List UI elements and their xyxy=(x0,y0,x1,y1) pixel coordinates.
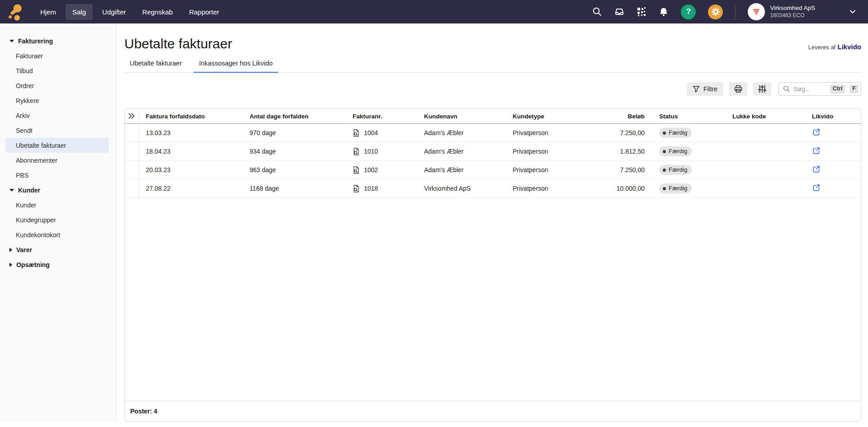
likvido-link[interactable] xyxy=(805,179,861,198)
table-toolbar: Filtre Ctr xyxy=(124,82,861,96)
invoice-number-cell[interactable]: 1010 xyxy=(345,142,417,161)
print-button[interactable] xyxy=(729,82,747,96)
chevron-expanded-icon xyxy=(9,40,14,42)
sidebar-section-label: Fakturering xyxy=(18,38,53,45)
invoice-number: 1010 xyxy=(364,148,378,155)
invoice-table-card: Faktura forfaldsdato Antal dage forfalde… xyxy=(124,108,861,422)
row-expander-cell[interactable] xyxy=(125,142,138,161)
account-menu[interactable]: Virksomhed ApS 1603463 ECO xyxy=(748,3,815,20)
search-icon[interactable] xyxy=(592,7,602,17)
days-overdue-cell: 963 dage xyxy=(242,161,345,179)
expand-all-button[interactable] xyxy=(125,109,138,124)
tab-inkassosager-hos-likvido[interactable]: Inkassosager hos Likvido xyxy=(193,55,278,72)
invoice-number-cell[interactable]: 1018 xyxy=(345,179,417,198)
col-header-status[interactable]: Status xyxy=(652,109,725,124)
sidebar-section-opsaetning[interactable]: Opsætning xyxy=(0,257,116,272)
sidebar-item-sendt[interactable]: Sendt xyxy=(5,123,109,138)
double-chevron-right-icon xyxy=(127,113,135,119)
nav-item-rapporter[interactable]: Rapporter xyxy=(182,4,226,20)
nav-item-udgifter[interactable]: Udgifter xyxy=(95,4,133,20)
sidebar-item-rykkere[interactable]: Rykkere xyxy=(5,93,109,108)
nav-item-regnskab[interactable]: Regnskab xyxy=(136,4,180,20)
sidebar-item-arkiv[interactable]: Arkiv xyxy=(5,108,109,123)
sidebar-item-pbs[interactable]: PBS xyxy=(5,168,109,183)
shortcut-key-ctrl: Ctrl xyxy=(830,84,845,94)
sidebar-item-abonnementer[interactable]: Abonnementer xyxy=(5,153,109,168)
search-input[interactable] xyxy=(793,85,827,93)
col-header-lukke-kode[interactable]: Lukke kode xyxy=(725,109,805,124)
chevron-down-icon[interactable] xyxy=(849,8,856,15)
sidebar-item-ubetalte-fakturaer[interactable]: Ubetalte fakturaer xyxy=(5,138,109,153)
sidebar-item-kunder[interactable]: Kunder xyxy=(5,197,109,212)
nav-item-salg[interactable]: Salg xyxy=(66,4,93,20)
amount-cell: 7.250,00 xyxy=(596,124,652,142)
col-header-beloeb[interactable]: Beløb xyxy=(596,109,652,124)
sidebar-item-kundegrupper[interactable]: Kundegrupper xyxy=(5,212,109,227)
status-dot-icon xyxy=(663,187,666,190)
external-link-icon xyxy=(812,128,821,136)
help-button[interactable]: ? xyxy=(681,5,696,19)
sidebar: Fakturering Fakturaer Tilbud Ordrer Rykk… xyxy=(0,23,116,422)
likvido-link[interactable] xyxy=(805,142,861,161)
customer-type-cell: Privatperson xyxy=(505,124,596,142)
question-mark-icon: ? xyxy=(686,7,691,16)
days-overdue-cell: 1168 dage xyxy=(242,179,345,198)
col-header-dage-forfalden[interactable]: Antal dage forfalden xyxy=(242,109,345,124)
row-expander-cell[interactable] xyxy=(125,124,138,142)
tab-bar: Ubetalte fakturaer Inkassosager hos Likv… xyxy=(124,55,861,73)
sidebar-section-label: Opsætning xyxy=(16,261,50,268)
table-search: Ctrl F xyxy=(778,82,861,96)
search-icon xyxy=(783,85,790,93)
col-header-forfaldsdato[interactable]: Faktura forfaldsdato xyxy=(138,109,242,124)
likvido-link[interactable] xyxy=(805,124,861,142)
column-settings-button[interactable] xyxy=(753,82,771,96)
sidebar-section-kunder[interactable]: Kunder xyxy=(0,183,116,197)
invoice-number-cell[interactable]: 1002 xyxy=(345,161,417,179)
status-cell: Færdig xyxy=(652,161,725,179)
table-row[interactable]: 13.03.23 970 dage 1004 Adam's Æb xyxy=(125,124,861,142)
sidebar-item-ordrer[interactable]: Ordrer xyxy=(5,78,109,93)
status-badge: Færdig xyxy=(659,165,692,175)
sidebar-section-varer[interactable]: Varer xyxy=(0,242,116,257)
invoice-document-icon xyxy=(353,166,360,174)
inbox-icon[interactable] xyxy=(614,7,624,17)
economic-logo-icon[interactable] xyxy=(6,2,24,21)
col-header-likvido[interactable]: Likvido xyxy=(805,109,861,124)
filter-button[interactable]: Filtre xyxy=(687,82,723,96)
col-header-kundetype[interactable]: Kundetype xyxy=(505,109,596,124)
col-header-fakturanr[interactable]: Fakturanr. xyxy=(345,109,417,124)
external-link-icon xyxy=(812,165,821,174)
external-link-icon xyxy=(812,183,821,192)
customer-name-cell: Virksomhed ApS xyxy=(417,179,505,198)
main-menu: Hjem Salg Udgifter Regnskab Rapporter xyxy=(33,4,226,20)
sidebar-item-fakturaer[interactable]: Fakturaer xyxy=(5,48,109,63)
printer-icon xyxy=(734,84,743,94)
tab-ubetalte-fakturaer[interactable]: Ubetalte fakturaer xyxy=(124,55,187,72)
notifications-bell-icon[interactable] xyxy=(659,7,669,17)
settings-button[interactable] xyxy=(708,5,723,19)
company-name: Virksomhed ApS xyxy=(770,5,815,12)
company-org-number: 1603463 ECO xyxy=(770,12,815,19)
table-row[interactable]: 20.03.23 963 dage 1002 Adam's Æb xyxy=(125,161,861,179)
invoice-number: 1002 xyxy=(364,166,378,174)
sidebar-section-fakturering[interactable]: Fakturering xyxy=(0,33,116,48)
row-expander-cell[interactable] xyxy=(125,179,138,198)
likvido-brand: Likvido xyxy=(837,43,861,51)
table-row[interactable]: 18.04.23 934 dage 1010 Adam's Æb xyxy=(125,142,861,161)
days-overdue-cell: 970 dage xyxy=(242,124,345,142)
row-expander-cell[interactable] xyxy=(125,161,138,179)
close-code-cell xyxy=(725,142,805,161)
likvido-link[interactable] xyxy=(805,161,861,179)
chevron-collapsed-icon xyxy=(9,263,12,267)
apps-grid-icon[interactable] xyxy=(637,7,646,17)
sidebar-item-kundekontokort[interactable]: Kundekontokort xyxy=(5,227,109,242)
sidebar-item-tilbud[interactable]: Tilbud xyxy=(5,63,109,78)
customer-name-cell: Adam's Æbler xyxy=(417,142,505,161)
nav-item-hjem[interactable]: Hjem xyxy=(33,4,63,20)
table-row[interactable]: 27.08.22 1168 dage 1018 Virksomh xyxy=(125,179,861,198)
invoice-number-cell[interactable]: 1004 xyxy=(345,124,417,142)
invoice-number: 1018 xyxy=(364,185,378,192)
amount-cell: 7.250,00 xyxy=(596,161,652,179)
col-header-kundenavn[interactable]: Kundenavn xyxy=(417,109,505,124)
chevron-expanded-icon xyxy=(9,189,14,192)
